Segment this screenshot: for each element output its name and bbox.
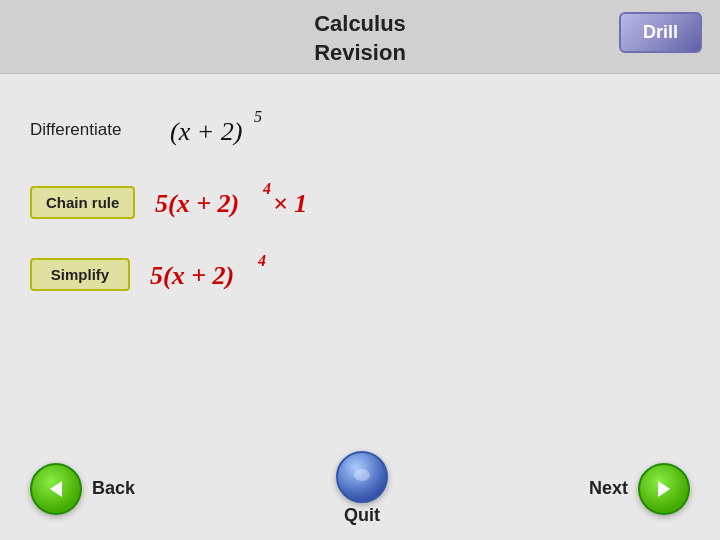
quit-icon bbox=[351, 466, 373, 488]
chain-rule-result: 5(x + 2) 4 × 1 bbox=[155, 176, 355, 228]
bottom-nav: Back Quit Next bbox=[0, 437, 720, 540]
quit-label: Quit bbox=[344, 505, 380, 526]
next-icon bbox=[638, 463, 690, 515]
expression-svg: (x + 2) 5 bbox=[170, 104, 280, 152]
svg-marker-9 bbox=[658, 481, 670, 497]
svg-text:4: 4 bbox=[262, 180, 271, 197]
simplify-row: Simplify 5(x + 2) 4 bbox=[30, 248, 690, 300]
quit-button[interactable] bbox=[336, 451, 388, 503]
back-button[interactable]: Back bbox=[30, 463, 135, 515]
svg-point-8 bbox=[354, 469, 370, 481]
next-button[interactable]: Next bbox=[589, 463, 690, 515]
simplify-svg: 5(x + 2) 4 bbox=[150, 248, 310, 296]
next-arrow-icon bbox=[652, 477, 676, 501]
header-line1: Calculus bbox=[314, 11, 406, 36]
drill-button[interactable]: Drill bbox=[619, 12, 702, 53]
back-arrow-icon bbox=[44, 477, 68, 501]
svg-text:5(x + 2): 5(x + 2) bbox=[150, 261, 234, 290]
back-label: Back bbox=[92, 478, 135, 499]
svg-text:5(x + 2): 5(x + 2) bbox=[155, 189, 239, 218]
simplify-result: 5(x + 2) 4 bbox=[150, 248, 310, 300]
next-label: Next bbox=[589, 478, 628, 499]
chain-rule-svg: 5(x + 2) 4 × 1 bbox=[155, 176, 355, 224]
chain-rule-row: Chain rule 5(x + 2) 4 × 1 bbox=[30, 176, 690, 228]
chain-rule-button[interactable]: Chain rule bbox=[30, 186, 135, 219]
svg-text:5: 5 bbox=[254, 108, 262, 125]
header-line2: Revision bbox=[314, 40, 406, 65]
quit-wrapper: Quit bbox=[336, 451, 388, 526]
main-content: Differentiate (x + 2) 5 Chain rule 5(x +… bbox=[0, 74, 720, 330]
differentiate-label: Differentiate bbox=[30, 120, 140, 140]
header: Calculus Revision bbox=[0, 0, 720, 74]
svg-text:× 1: × 1 bbox=[273, 189, 307, 218]
svg-text:4: 4 bbox=[257, 252, 266, 269]
simplify-button[interactable]: Simplify bbox=[30, 258, 130, 291]
back-icon bbox=[30, 463, 82, 515]
differentiate-expression: (x + 2) 5 bbox=[170, 104, 280, 156]
header-title: Calculus Revision bbox=[0, 10, 720, 67]
svg-marker-7 bbox=[50, 481, 62, 497]
svg-text:(x + 2): (x + 2) bbox=[170, 117, 242, 146]
differentiate-row: Differentiate (x + 2) 5 bbox=[30, 104, 690, 156]
